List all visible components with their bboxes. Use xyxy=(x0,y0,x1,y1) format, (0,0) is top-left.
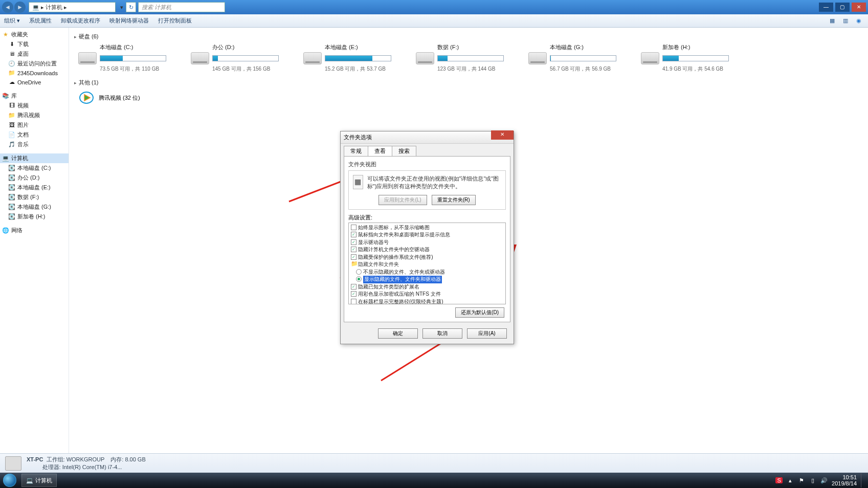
ok-button[interactable]: 确定 xyxy=(378,328,418,339)
sidebar-item-onedrive[interactable]: ☁OneDrive xyxy=(0,78,69,87)
adv-checkbox-option[interactable]: ✓隐藏受保护的操作系统文件(推荐) xyxy=(351,254,503,261)
advanced-settings-list[interactable]: 始终显示图标，从不显示缩略图✓鼠标指向文件夹和桌面项时显示提示信息✓显示驱动器号… xyxy=(348,223,506,304)
drive-usage-bar xyxy=(550,55,616,61)
adv-checkbox-option[interactable]: ✓用彩色显示加密或压缩的 NTFS 文件 xyxy=(351,291,503,298)
drive-icon xyxy=(78,52,97,64)
drive-item[interactable]: 办公 (D:)145 GB 可用，共 156 GB xyxy=(191,43,283,73)
sidebar-item-pictures[interactable]: 🖼图片 xyxy=(0,120,69,130)
help-icon[interactable]: ◉ xyxy=(854,16,864,26)
taskbar-item-label: 计算机 xyxy=(35,477,52,484)
sidebar-item-drive-g[interactable]: 💽本地磁盘 (G:) xyxy=(0,202,69,212)
preview-pane-icon[interactable]: ▥ xyxy=(840,16,851,26)
address-dropdown-icon[interactable]: ▾ xyxy=(118,4,126,11)
other-item-tencent[interactable]: 腾讯视频 (32 位) xyxy=(78,90,863,106)
sidebar-item-drive-d[interactable]: 💽办公 (D:) xyxy=(0,173,69,183)
drive-item[interactable]: 新加卷 (H:)41.9 GB 可用，共 54.6 GB xyxy=(641,43,733,73)
address-bar[interactable]: 💻 ▸ 计算机 ▸ xyxy=(29,2,116,12)
sogou-ime-icon[interactable]: S xyxy=(775,477,783,483)
system-tray: S ▴ ⚑ ▯ 🔊 10:51 2019/8/14 xyxy=(772,473,868,487)
tray-expand-icon[interactable]: ▴ xyxy=(787,477,794,484)
drive-item[interactable]: 本地磁盘 (C:)73.5 GB 可用，共 110 GB xyxy=(78,43,170,73)
dialog-tabs: 常规 查看 搜索 xyxy=(341,144,514,156)
picture-icon: 🖼 xyxy=(8,122,15,129)
taskbar-item-explorer[interactable]: 💻 计算机 xyxy=(21,474,57,487)
taskbar-clock[interactable]: 10:51 2019/8/14 xyxy=(832,474,857,486)
sidebar-item-recent[interactable]: 🕘最近访问的位置 xyxy=(0,59,69,69)
sidebar-computer-head[interactable]: 💻计算机 xyxy=(0,153,69,163)
sidebar-item-music[interactable]: 🎵音乐 xyxy=(0,140,69,149)
apply-button[interactable]: 应用(A) xyxy=(467,328,507,339)
tab-general[interactable]: 常规 xyxy=(344,146,368,156)
clock-time: 10:51 xyxy=(832,474,857,480)
toolbar-system-properties[interactable]: 系统属性 xyxy=(29,17,52,25)
sidebar-item-desktop[interactable]: 🖥桌面 xyxy=(0,49,69,59)
drive-item[interactable]: 本地磁盘 (E:)15.2 GB 可用，共 53.7 GB xyxy=(303,43,395,73)
sidebar-item-drive-c[interactable]: 💽本地磁盘 (C:) xyxy=(0,163,69,173)
folder-icon: 📁 xyxy=(8,70,15,77)
minimize-button[interactable]: — xyxy=(819,3,833,12)
drive-icon: 💽 xyxy=(8,174,15,182)
network-icon[interactable]: ▯ xyxy=(809,477,816,484)
other-section-head[interactable]: 其他 (1) xyxy=(74,79,863,86)
sidebar-favorites-head[interactable]: ★收藏夹 xyxy=(0,30,69,39)
sidebar-item-tencent[interactable]: 📁腾讯视频 xyxy=(0,110,69,120)
show-desktop-button[interactable] xyxy=(861,473,865,487)
nav-forward-button[interactable]: ► xyxy=(14,2,26,13)
drive-stats: 56.7 GB 可用，共 56.9 GB xyxy=(550,65,620,73)
download-icon: ⬇ xyxy=(8,41,15,48)
tab-search[interactable]: 搜索 xyxy=(392,146,416,156)
sidebar-item-drive-f[interactable]: 💽数据 (F:) xyxy=(0,192,69,202)
drive-label: 本地磁盘 (E:) xyxy=(325,43,395,51)
nav-back-button[interactable]: ◄ xyxy=(2,2,13,13)
action-center-icon[interactable]: ⚑ xyxy=(798,477,805,484)
drive-item[interactable]: 数据 (F:)123 GB 可用，共 144 GB xyxy=(416,43,508,73)
explorer-icon: 💻 xyxy=(26,477,33,484)
drive-icon xyxy=(528,52,547,64)
adv-checkbox-option[interactable]: ✓鼠标指向文件夹和桌面项时显示提示信息 xyxy=(351,231,503,239)
toolbar-uninstall[interactable]: 卸载或更改程序 xyxy=(61,17,100,25)
dialog-close-button[interactable]: ✕ xyxy=(491,130,514,140)
sidebar-item-documents[interactable]: 📄文档 xyxy=(0,130,69,140)
radio-icon xyxy=(356,276,362,282)
sidebar-item-drive-h[interactable]: 💽新加卷 (H:) xyxy=(0,212,69,221)
adv-checkbox-option[interactable]: 始终显示图标，从不显示缩略图 xyxy=(351,224,503,232)
computer-icon xyxy=(5,456,21,471)
drive-label: 办公 (D:) xyxy=(212,43,283,51)
apply-to-folders-button[interactable]: 应用到文件夹(L) xyxy=(379,195,427,205)
restore-defaults-button[interactable]: 还原为默认值(D) xyxy=(455,307,504,318)
maximize-button[interactable]: ▢ xyxy=(835,3,850,12)
adv-checkbox-option[interactable]: ✓隐藏计算机文件夹中的空驱动器 xyxy=(351,246,503,254)
adv-radio-option[interactable]: 不显示隐藏的文件、文件夹或驱动器 xyxy=(351,269,503,276)
adv-checkbox-option[interactable]: ✓显示驱动器号 xyxy=(351,239,503,247)
adv-checkbox-option[interactable]: 在标题栏显示完整路径(仅限经典主题) xyxy=(351,298,503,304)
toolbar-map-drive[interactable]: 映射网络驱动器 xyxy=(109,17,149,25)
drives-section-head[interactable]: 硬盘 (6) xyxy=(74,33,863,40)
cancel-button[interactable]: 取消 xyxy=(422,328,462,339)
adv-radio-option[interactable]: 显示隐藏的文件、文件夹和驱动器 xyxy=(351,276,503,283)
search-input[interactable]: 搜索 计算机 xyxy=(138,2,225,12)
document-icon: 📄 xyxy=(8,131,15,139)
drive-usage-bar xyxy=(325,55,391,61)
adv-checkbox-option[interactable]: ✓隐藏已知文件类型的扩展名 xyxy=(351,283,503,291)
volume-icon[interactable]: 🔊 xyxy=(820,477,828,484)
tab-view[interactable]: 查看 xyxy=(368,146,392,156)
drive-stats: 145 GB 可用，共 156 GB xyxy=(212,65,283,73)
sidebar-item-2345[interactable]: 📁2345Downloads xyxy=(0,69,69,78)
dialog-titlebar[interactable]: 文件夹选项 ✕ xyxy=(341,131,514,144)
sidebar-item-videos[interactable]: 🎞视频 xyxy=(0,101,69,110)
view-options-icon[interactable]: ▦ xyxy=(827,16,837,26)
close-button[interactable]: ✕ xyxy=(852,3,866,12)
computer-icon: 💻 xyxy=(2,155,9,162)
reset-folders-button[interactable]: 重置文件夹(R) xyxy=(432,195,476,205)
drive-icon: 💽 xyxy=(8,184,15,191)
sidebar-item-downloads[interactable]: ⬇下载 xyxy=(0,39,69,49)
network-icon: 🌐 xyxy=(2,227,9,234)
refresh-button[interactable]: ↻ xyxy=(126,2,136,12)
sidebar-item-drive-e[interactable]: 💽本地磁盘 (E:) xyxy=(0,183,69,192)
toolbar-control-panel[interactable]: 打开控制面板 xyxy=(158,17,192,25)
sidebar-network-head[interactable]: 🌐网络 xyxy=(0,226,69,235)
start-button[interactable] xyxy=(0,473,19,488)
toolbar-organize[interactable]: 组织 ▾ xyxy=(4,17,20,25)
sidebar-libraries-head[interactable]: 📚库 xyxy=(0,91,69,101)
drive-item[interactable]: 本地磁盘 (G:)56.7 GB 可用，共 56.9 GB xyxy=(528,43,620,73)
